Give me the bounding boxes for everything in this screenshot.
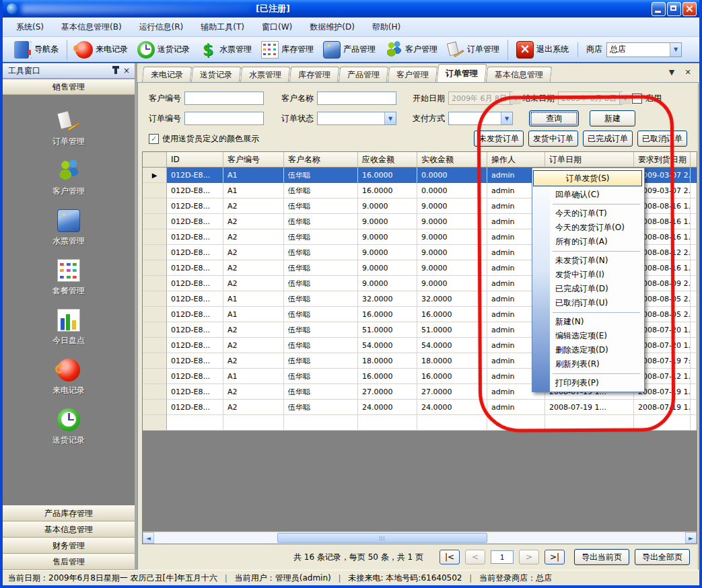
context-menu-item[interactable]: 已取消订单(U): [532, 296, 643, 310]
column-header-required-date[interactable]: 要求到货日期: [634, 152, 691, 167]
row-selector-cell[interactable]: ▶: [143, 245, 167, 260]
context-menu-item[interactable]: 打印列表(P): [532, 376, 643, 390]
row-selector-cell[interactable]: ▶: [143, 307, 167, 322]
context-menu-item[interactable]: 删除选定项(D): [532, 343, 643, 357]
column-header-customer-name[interactable]: 客户名称: [284, 152, 358, 167]
tab-list-chevron-down-icon[interactable]: ▼: [667, 67, 676, 77]
context-menu-item[interactable]: 新建(N): [532, 315, 643, 329]
customer-no-input[interactable]: [184, 91, 264, 105]
chevron-down-icon[interactable]: ▼: [384, 112, 396, 124]
next-page-button[interactable]: >: [519, 550, 539, 564]
order-status-filter-button[interactable]: 发货中订单: [528, 131, 578, 147]
tab[interactable]: 订单管理: [437, 64, 487, 82]
toolbar-button[interactable]: 退出系统: [507, 40, 573, 60]
sidebar-item[interactable]: 水票管理: [52, 209, 85, 247]
maximize-button[interactable]: [667, 2, 681, 16]
sidebar-item[interactable]: 送货记录: [52, 408, 85, 446]
row-selector-cell[interactable]: ▶: [143, 168, 167, 183]
context-menu-item[interactable]: 订单发货(S): [533, 170, 642, 186]
toolbar-button[interactable]: 送货记录: [133, 40, 195, 60]
column-header-customer-no[interactable]: 客户编号: [223, 152, 284, 167]
toolbar-button[interactable]: 客户管理: [380, 40, 442, 60]
menu-item[interactable]: 辅助工具(T): [192, 19, 252, 36]
order-status-select[interactable]: ▼: [317, 112, 396, 125]
scroll-left-icon[interactable]: ◄: [143, 532, 154, 544]
context-menu-item[interactable]: 今天的发货订单(O): [532, 221, 643, 235]
toolbar-button[interactable]: 导航条: [9, 40, 63, 60]
end-date-picker[interactable]: 2009年 6月 8日 ▼: [558, 91, 623, 105]
customer-name-input[interactable]: [317, 91, 396, 105]
table-row[interactable]: ▶ 012D-E8... A2 伍华聪 24.0000 24.0000 admi…: [143, 400, 697, 415]
tab[interactable]: 基本信息管理: [486, 67, 552, 82]
column-header-received[interactable]: 实收金额: [417, 152, 487, 167]
toolbar-button[interactable]: 订单管理: [442, 40, 504, 60]
context-menu-item[interactable]: [532, 310, 643, 315]
sidebar-item[interactable]: 订单管理: [52, 110, 85, 147]
context-menu-item[interactable]: [532, 249, 643, 254]
scroll-right-icon[interactable]: ►: [685, 532, 697, 544]
tab[interactable]: 来电记录: [142, 67, 192, 82]
color-checkbox[interactable]: ✓: [149, 134, 159, 144]
order-status-filter-button[interactable]: 已取消订单: [637, 131, 687, 147]
menu-item[interactable]: 帮助(H): [364, 19, 409, 36]
context-menu-item[interactable]: [532, 371, 643, 376]
close-button[interactable]: [682, 2, 697, 16]
tab[interactable]: 送货记录: [191, 67, 241, 82]
tab[interactable]: 客户管理: [388, 67, 437, 82]
order-status-filter-button[interactable]: 未发货订单: [474, 131, 524, 147]
row-selector-cell[interactable]: ▶: [143, 276, 167, 291]
menu-item[interactable]: 数据维护(D): [302, 19, 363, 36]
context-menu-item[interactable]: 未发货订单(N): [532, 254, 643, 268]
sidebar-section-bar[interactable]: 基本信息管理: [3, 521, 135, 538]
toolbar-button[interactable]: 来电记录: [67, 40, 133, 60]
menu-item[interactable]: 系统(S): [8, 19, 52, 36]
tab[interactable]: 水票管理: [240, 67, 290, 82]
sidebar-item[interactable]: 今日盘点: [52, 309, 85, 346]
menu-item[interactable]: 基本信息管理(B): [53, 19, 130, 36]
row-selector-cell[interactable]: ▶: [143, 214, 167, 229]
context-menu-item[interactable]: 发货中订单(I): [532, 268, 643, 282]
shop-select[interactable]: 总店 ▼: [606, 42, 682, 57]
menu-item[interactable]: 运行信息(R): [131, 19, 192, 36]
column-header-order-date[interactable]: 订单日期: [545, 152, 634, 167]
context-menu-item[interactable]: 回单确认(C): [532, 188, 643, 202]
row-selector-cell[interactable]: ▶: [143, 353, 167, 369]
first-page-button[interactable]: |<: [440, 550, 460, 564]
enable-checkbox[interactable]: [632, 94, 642, 104]
row-selector-cell[interactable]: ▶: [143, 260, 167, 276]
tab[interactable]: 库存管理: [289, 67, 339, 82]
column-header-id[interactable]: ID: [167, 152, 223, 167]
page-number-input[interactable]: [491, 550, 514, 564]
scrollbar-thumb[interactable]: [277, 533, 487, 543]
column-header-receivable[interactable]: 应收金额: [358, 152, 417, 167]
row-selector-cell[interactable]: ▶: [143, 291, 167, 307]
row-selector-cell[interactable]: ▶: [143, 338, 167, 353]
context-menu-item[interactable]: 今天的订单(T): [532, 207, 643, 221]
sidebar-section-sales[interactable]: 销售管理: [3, 79, 135, 95]
sidebar-section-bar[interactable]: 财务管理: [3, 538, 135, 554]
row-selector-cell[interactable]: ▶: [143, 400, 167, 415]
context-menu-item[interactable]: 所有的订单(A): [532, 235, 643, 249]
last-page-button[interactable]: >|: [545, 550, 565, 564]
menu-item[interactable]: 窗口(W): [254, 19, 300, 36]
new-button[interactable]: 新建: [590, 110, 635, 126]
order-no-input[interactable]: [184, 112, 264, 125]
context-menu-item[interactable]: 编辑选定项(E): [532, 329, 643, 343]
row-selector-cell[interactable]: ▶: [143, 229, 167, 245]
context-menu-item[interactable]: 刷新列表(R): [532, 357, 643, 371]
row-selector-cell[interactable]: ▶: [143, 322, 167, 338]
prev-page-button[interactable]: <: [465, 550, 485, 564]
sidebar-item[interactable]: 套餐管理: [52, 259, 85, 297]
query-button[interactable]: 查询: [529, 110, 579, 126]
toolbar-button[interactable]: 产品管理: [318, 40, 380, 60]
order-status-filter-button[interactable]: 已完成订单: [583, 131, 633, 147]
toolbar-button[interactable]: 水票管理: [195, 40, 256, 60]
toolbar-button[interactable]: 库存管理: [256, 40, 318, 60]
pin-icon[interactable]: [110, 65, 121, 76]
sidebar-item[interactable]: 来电记录: [52, 359, 85, 396]
row-selector-cell[interactable]: ▶: [143, 384, 167, 400]
start-date-picker[interactable]: 2009年 6月 8日 ▼: [448, 91, 513, 105]
export-all-pages-button[interactable]: 导出全部页: [635, 549, 690, 565]
tab[interactable]: 产品管理: [339, 67, 388, 82]
context-menu-item[interactable]: 已完成订单(D): [532, 282, 643, 296]
